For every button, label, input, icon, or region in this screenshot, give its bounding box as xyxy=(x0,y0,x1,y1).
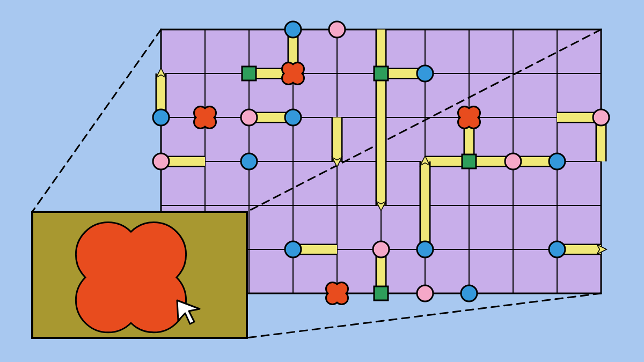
quatrefoil-icon xyxy=(326,282,348,304)
pink-circle-node xyxy=(505,153,521,169)
blue-circle-node xyxy=(461,285,477,301)
blue-circle-node xyxy=(153,109,169,125)
blue-circle-node xyxy=(285,241,301,257)
quatrefoil-icon xyxy=(458,106,480,128)
quatrefoil-icon xyxy=(194,106,216,128)
pink-circle-node xyxy=(153,153,169,169)
pink-circle-node xyxy=(373,241,389,257)
diagram-scene xyxy=(0,0,644,362)
blue-circle-node xyxy=(549,241,565,257)
inset-quatrefoil-icon xyxy=(76,223,186,333)
pink-circle-node xyxy=(241,109,257,125)
green-square-node xyxy=(242,67,256,80)
blue-circle-node xyxy=(417,65,433,82)
green-square-node xyxy=(462,154,476,168)
svg-line-15 xyxy=(32,29,161,212)
blue-circle-node xyxy=(285,21,301,38)
blue-circle-node xyxy=(417,241,433,257)
blue-circle-node xyxy=(241,153,257,169)
blue-circle-node xyxy=(549,153,565,169)
quatrefoil-icon xyxy=(282,62,304,84)
blue-circle-node xyxy=(285,109,301,125)
green-square-node xyxy=(374,286,388,300)
inset-zoom-panel xyxy=(32,212,247,338)
pink-circle-node xyxy=(417,285,433,301)
pink-circle-node xyxy=(593,109,609,125)
pink-circle-node xyxy=(329,21,345,38)
green-square-node xyxy=(374,67,388,80)
